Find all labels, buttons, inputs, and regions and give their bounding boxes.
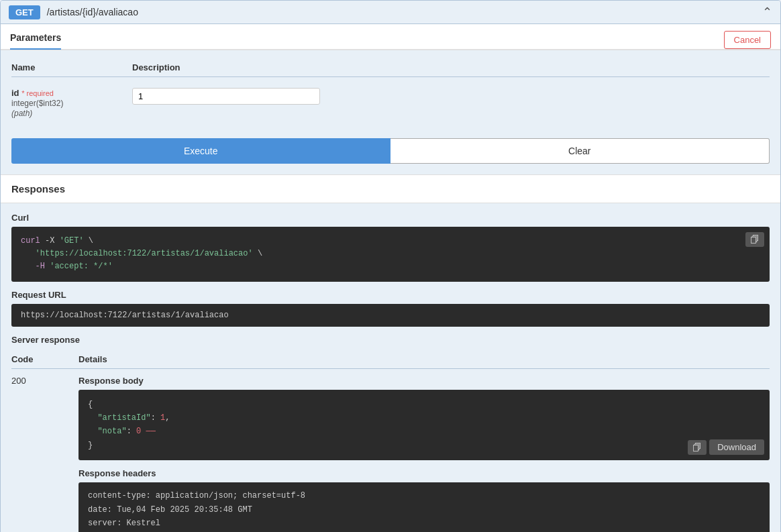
curl-copy-button[interactable]: 🗍 [745, 232, 764, 247]
execute-button[interactable]: Execute [11, 138, 390, 164]
cancel-button[interactable]: Cancel [724, 31, 771, 49]
param-location: (path) [11, 109, 32, 118]
json-key-artistaid: "artistaId" [97, 413, 150, 423]
parameters-section: Parameters Cancel Name Description id * … [1, 24, 780, 174]
col-name-header: Name [11, 62, 92, 72]
params-area: Name Description id * required integer($… [1, 50, 780, 131]
response-col-details: Details [79, 354, 770, 364]
download-button[interactable]: Download [709, 439, 764, 455]
param-input-cell [132, 88, 320, 105]
col-desc-header: Description [132, 62, 180, 72]
header-line-3: server: Kestrel [88, 517, 760, 530]
json-val-nota: 0 [136, 427, 141, 436]
collapse-icon[interactable]: ⌃ [762, 5, 772, 19]
json-val-artistaid: 1 [160, 413, 165, 423]
curl-label: Curl [11, 213, 770, 223]
param-name: id [11, 88, 19, 98]
param-name-cell: id * required integer($int32) (path) [11, 88, 92, 118]
curl-code-block: curl -X 'GET' \ 'https://localhost:7122/… [11, 227, 770, 282]
curl-accept-string: 'accept: */*' [50, 262, 113, 271]
json-line-2: "artistaId": 1, [88, 411, 760, 425]
curl-method-string: 'GET' [60, 236, 84, 246]
main-container: GET /artistas/{id}/avaliacao ⌃ Parameter… [0, 0, 781, 532]
curl-flag: -X [45, 236, 60, 246]
param-type: integer($int32) [11, 99, 63, 108]
response-body-label: Response body [79, 376, 770, 386]
curl-keyword: curl [21, 236, 40, 246]
curl-backslash2: \ [258, 249, 262, 258]
responses-body: Curl curl -X 'GET' \ 'https://localhost:… [1, 203, 780, 532]
curl-header-flag: -H [36, 262, 45, 271]
header-left: GET /artistas/{id}/avaliacao [9, 5, 138, 19]
response-details-content: Response body { "artistaId": 1, "nota": … [79, 376, 770, 532]
json-line-1: { [88, 398, 760, 411]
curl-indent2 [21, 262, 30, 271]
param-required: * required [21, 89, 54, 97]
json-line-3: "nota": 0 —— [88, 425, 760, 438]
responses-section-heading: Responses [1, 174, 780, 203]
request-url-label: Request URL [11, 290, 770, 300]
json-dash: —— [146, 427, 155, 436]
download-area: 🗍 Download [688, 439, 764, 455]
param-table-header: Name Description [11, 60, 770, 77]
parameters-tab[interactable]: Parameters [10, 32, 61, 50]
header-line-1: content-type: application/json; charset=… [88, 489, 760, 502]
json-line-4: } [88, 439, 760, 452]
execute-area: Execute Clear [1, 131, 780, 174]
method-badge: GET [9, 5, 40, 19]
header-bar: GET /artistas/{id}/avaliacao ⌃ [1, 1, 780, 24]
server-response-label: Server response [11, 335, 770, 345]
curl-url-string: 'https://localhost:7122/artistas/1/avali… [36, 249, 253, 258]
param-row: id * required integer($int32) (path) [11, 84, 770, 122]
response-copy-button[interactable]: 🗍 [688, 440, 707, 455]
json-response-block: { "artistaId": 1, "nota": 0 —— } 🗍 Downl… [79, 390, 770, 461]
tab-bar: Parameters Cancel [1, 24, 780, 50]
curl-indent1 [21, 249, 30, 258]
response-table-header: Code Details [11, 350, 770, 369]
endpoint-path: /artistas/{id}/avaliacao [47, 7, 138, 17]
request-url-block: https://localhost:7122/artistas/1/avalia… [11, 304, 770, 327]
response-code-200: 200 [11, 376, 52, 386]
clear-button[interactable]: Clear [390, 138, 770, 164]
curl-backslash1: \ [89, 236, 93, 246]
response-col-code: Code [11, 354, 52, 364]
response-row-200: 200 Response body { "artistaId": 1, "not… [11, 369, 770, 532]
headers-block: content-type: application/json; charset=… [79, 482, 770, 532]
header-line-2: date: Tue,04 Feb 2025 20:35:48 GMT [88, 503, 760, 517]
id-input[interactable] [132, 88, 320, 105]
json-key-nota: "nota" [97, 427, 126, 436]
response-headers-label: Response headers [79, 468, 770, 478]
